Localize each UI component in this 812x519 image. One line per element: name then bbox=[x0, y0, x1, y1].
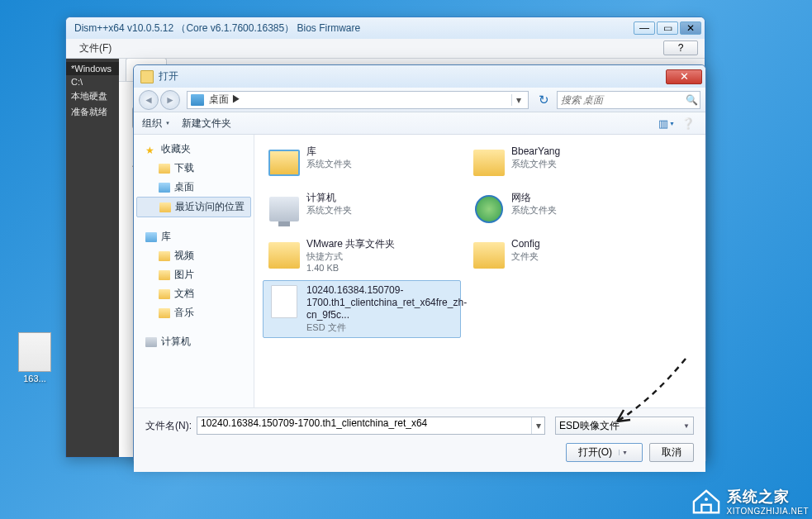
desktop-icon bbox=[159, 183, 170, 193]
search-input[interactable] bbox=[561, 94, 686, 106]
main-title: Dism++x64 v10.0.5.12 （Core v6.1.7600.163… bbox=[74, 21, 632, 36]
libraries-icon bbox=[145, 232, 157, 242]
watermark-en: XITONGZHIJIA.NET bbox=[727, 507, 810, 516]
folder-icon bbox=[473, 150, 505, 176]
minimize-button[interactable]: — bbox=[634, 21, 655, 35]
close-button[interactable]: ✕ bbox=[680, 21, 701, 35]
nav-bar: ◄ ► 桌面 ▶ ▾ ↻ 🔍 bbox=[134, 88, 705, 112]
desktop-shortcut-label: 163... bbox=[15, 374, 55, 383]
tree-video[interactable]: 视频 bbox=[134, 246, 254, 265]
file-item-esd[interactable]: 10240.16384.150709-1700.th1_clientchina_… bbox=[263, 280, 461, 338]
filename-label: 文件名(N): bbox=[145, 419, 192, 433]
menu-file[interactable]: 文件(F) bbox=[73, 39, 118, 58]
dialog-titlebar[interactable]: 打开 ✕ bbox=[134, 65, 705, 88]
open-button[interactable]: 打开(O) ▼ bbox=[566, 443, 643, 462]
forward-button[interactable]: ► bbox=[160, 90, 180, 110]
nav-tree: ★收藏夹 下载 桌面 最近访问的位置 库 视频 图片 文档 音乐 计算机 bbox=[134, 135, 254, 407]
breadcrumb[interactable]: 桌面 ▶ ▾ bbox=[187, 91, 529, 109]
tree-downloads[interactable]: 下载 bbox=[134, 159, 254, 178]
computer-icon bbox=[269, 197, 299, 221]
network-icon bbox=[475, 195, 503, 223]
computer-icon bbox=[145, 337, 157, 347]
sidebar-line: 准备就绪 bbox=[66, 104, 119, 120]
tree-computer[interactable]: 计算机 bbox=[134, 332, 254, 351]
music-icon bbox=[159, 308, 170, 318]
file-item-computer[interactable]: 计算机系统文件夹 bbox=[263, 188, 461, 231]
back-button[interactable]: ◄ bbox=[139, 90, 159, 110]
file-item-config[interactable]: Config文件夹 bbox=[468, 234, 666, 277]
breadcrumb-dropdown[interactable]: ▾ bbox=[511, 94, 525, 106]
libraries-icon bbox=[268, 150, 300, 176]
main-titlebar[interactable]: Dism++x64 v10.0.5.12 （Core v6.1.7600.163… bbox=[66, 17, 705, 39]
documents-icon bbox=[159, 289, 170, 299]
pictures-icon bbox=[159, 270, 170, 280]
dialog-close-button[interactable]: ✕ bbox=[666, 69, 702, 84]
filetype-select[interactable]: ESD映像文件 ▼ bbox=[555, 417, 694, 435]
refresh-button[interactable]: ↻ bbox=[535, 92, 552, 108]
video-icon bbox=[159, 251, 170, 261]
file-item-libraries[interactable]: 库系统文件夹 bbox=[263, 141, 461, 184]
main-sidebar: *Windows C:\ 本地硬盘 准备就绪 bbox=[66, 59, 119, 457]
dialog-bottom: 文件名(N): ▾ ESD映像文件 ▼ 打开(O) ▼ 取消 bbox=[134, 407, 705, 472]
svg-point-0 bbox=[705, 498, 708, 501]
open-dialog: 打开 ✕ ◄ ► 桌面 ▶ ▾ ↻ 🔍 组织▼ 新建文件夹 ▥▼ ❔ ★收藏夹 … bbox=[133, 64, 706, 461]
folder-icon bbox=[140, 70, 154, 83]
help-button[interactable]: ? bbox=[663, 40, 698, 55]
filename-input[interactable] bbox=[201, 417, 526, 429]
tree-documents[interactable]: 文档 bbox=[134, 284, 254, 303]
tree-libraries[interactable]: 库 bbox=[134, 227, 254, 246]
folder-icon bbox=[473, 242, 505, 269]
desktop-icon bbox=[191, 94, 204, 106]
watermark-cn: 系统之家 bbox=[727, 487, 810, 507]
maximize-button[interactable]: ▭ bbox=[657, 21, 678, 35]
new-folder-button[interactable]: 新建文件夹 bbox=[182, 117, 231, 131]
breadcrumb-text: 桌面 ▶ bbox=[209, 93, 511, 107]
tree-pictures[interactable]: 图片 bbox=[134, 265, 254, 284]
cancel-button[interactable]: 取消 bbox=[649, 443, 694, 462]
file-item-vmware[interactable]: VMware 共享文件夹快捷方式1.40 KB bbox=[263, 234, 461, 277]
main-menubar: 文件(F) ? bbox=[66, 39, 705, 59]
tree-favorites[interactable]: ★收藏夹 bbox=[134, 140, 254, 159]
help-icon[interactable]: ❔ bbox=[679, 115, 697, 131]
sidebar-line: *Windows bbox=[66, 62, 119, 75]
filename-history-dropdown[interactable]: ▾ bbox=[531, 417, 544, 434]
chevron-down-icon: ▼ bbox=[683, 422, 690, 430]
recent-icon bbox=[159, 202, 171, 212]
open-split-dropdown[interactable]: ▼ bbox=[619, 450, 630, 455]
dialog-title: 打开 bbox=[159, 69, 666, 83]
desktop-shortcut[interactable]: 163... bbox=[15, 332, 55, 383]
sidebar-line: 本地硬盘 bbox=[66, 88, 119, 104]
folder-shortcut-icon bbox=[268, 242, 300, 269]
view-mode-button[interactable]: ▥▼ bbox=[658, 115, 676, 131]
tree-desktop[interactable]: 桌面 bbox=[134, 178, 254, 197]
search-box: 🔍 bbox=[557, 91, 700, 109]
file-item-network[interactable]: 网络系统文件夹 bbox=[468, 188, 666, 231]
tree-music[interactable]: 音乐 bbox=[134, 303, 254, 322]
house-icon bbox=[691, 488, 722, 516]
filename-combobox: ▾ bbox=[197, 417, 545, 435]
star-icon: ★ bbox=[145, 145, 157, 155]
file-list: 库系统文件夹 BbearYang系统文件夹 计算机系统文件夹 网络系统文件夹 V… bbox=[254, 135, 705, 407]
dialog-toolbar: 组织▼ 新建文件夹 ▥▼ ❔ bbox=[134, 112, 705, 135]
organize-menu[interactable]: 组织▼ bbox=[142, 117, 170, 131]
folder-icon bbox=[159, 164, 170, 174]
watermark: 系统之家 XITONGZHIJIA.NET bbox=[691, 487, 810, 516]
search-icon[interactable]: 🔍 bbox=[686, 94, 698, 106]
file-icon bbox=[18, 332, 51, 372]
file-item-user[interactable]: BbearYang系统文件夹 bbox=[468, 141, 666, 184]
file-icon bbox=[271, 285, 297, 318]
sidebar-line: C:\ bbox=[66, 75, 119, 88]
tree-recent[interactable]: 最近访问的位置 bbox=[136, 197, 251, 217]
